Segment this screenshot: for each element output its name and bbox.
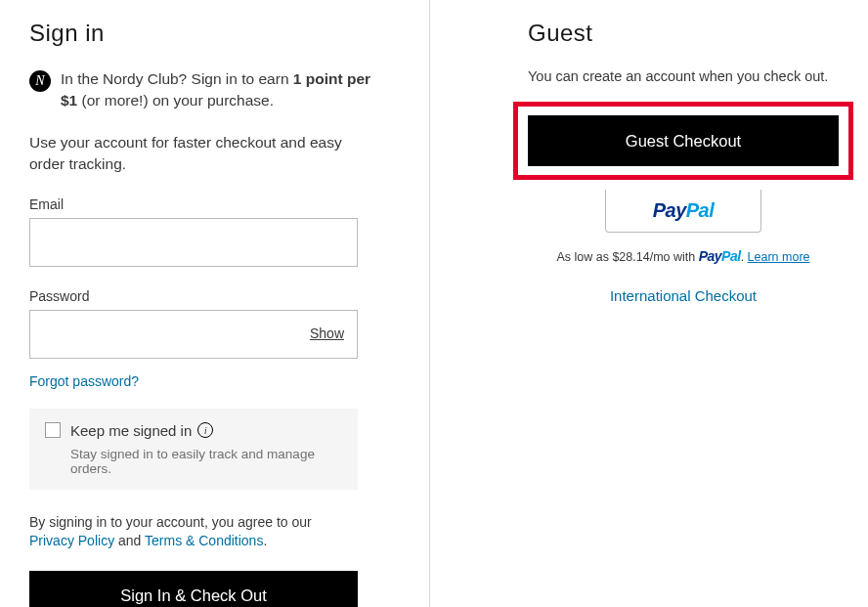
consent-text: By signing in to your account, you agree… bbox=[29, 513, 358, 551]
signin-submit-label: Sign In & Check Out bbox=[120, 586, 267, 605]
consent-end: . bbox=[263, 533, 267, 548]
password-field-wrap: Show bbox=[29, 310, 358, 359]
paypal-learn-more-link[interactable]: Learn more bbox=[748, 250, 810, 264]
paypal-logo-small-icon: PayPal bbox=[699, 248, 741, 264]
aslowas-amount: $28.14/mo bbox=[612, 250, 670, 264]
guest-subcopy: You can create an account when you check… bbox=[528, 68, 839, 84]
consent-and: and bbox=[114, 533, 145, 548]
aslowas-with: with bbox=[671, 250, 699, 264]
keep-signed-in-subtext: Stay signed in to easily track and manag… bbox=[70, 447, 342, 476]
privacy-policy-link[interactable]: Privacy Policy bbox=[29, 533, 114, 548]
terms-link[interactable]: Terms & Conditions bbox=[145, 533, 263, 548]
international-checkout-link[interactable]: International Checkout bbox=[528, 287, 839, 304]
paypal-pal: Pal bbox=[686, 199, 715, 221]
nordy-prefix: In the Nordy Club? Sign in to earn bbox=[61, 70, 293, 87]
guest-checkout-button[interactable]: Guest Checkout bbox=[528, 115, 839, 166]
info-icon[interactable]: i bbox=[197, 422, 213, 438]
paypal-pay-sm: Pay bbox=[699, 248, 721, 264]
forgot-password-link[interactable]: Forgot password? bbox=[29, 373, 139, 389]
email-label: Email bbox=[29, 196, 400, 212]
consent-prefix: By signing in to your account, you agree… bbox=[29, 514, 312, 530]
guest-checkout-label: Guest Checkout bbox=[626, 132, 741, 151]
email-field[interactable] bbox=[29, 218, 358, 267]
password-label: Password bbox=[29, 288, 400, 304]
paypal-pay: Pay bbox=[653, 199, 686, 221]
guest-panel: Guest You can create an account when you… bbox=[430, 0, 868, 607]
signin-subcopy: Use your account for faster checkout and… bbox=[29, 132, 362, 174]
keep-signed-in-box: Keep me signed in i Stay signed in to ea… bbox=[29, 409, 358, 490]
paypal-logo-icon: PayPal bbox=[653, 199, 715, 222]
paypal-button[interactable]: PayPal bbox=[605, 190, 761, 233]
guest-checkout-highlight: Guest Checkout bbox=[513, 102, 853, 180]
signin-panel: Sign in N In the Nordy Club? Sign in to … bbox=[0, 0, 430, 607]
nordy-club-text: In the Nordy Club? Sign in to earn 1 poi… bbox=[61, 68, 373, 110]
keep-signed-in-label: Keep me signed in i bbox=[70, 422, 213, 439]
guest-heading: Guest bbox=[528, 20, 839, 47]
signin-submit-button[interactable]: Sign In & Check Out bbox=[29, 571, 358, 607]
show-password-button[interactable]: Show bbox=[310, 325, 344, 341]
aslowas-prefix: As low as bbox=[556, 250, 612, 264]
signin-heading: Sign in bbox=[29, 20, 400, 47]
password-field[interactable] bbox=[29, 310, 358, 359]
paypal-period: . bbox=[741, 250, 744, 264]
paypal-pal-sm: Pal bbox=[721, 248, 741, 264]
keep-label-text: Keep me signed in bbox=[70, 422, 192, 439]
paypal-credit-text: As low as $28.14/mo with PayPal. Learn m… bbox=[528, 248, 839, 264]
nordy-suffix: (or more!) on your purchase. bbox=[77, 92, 274, 108]
nordy-club-icon: N bbox=[29, 70, 51, 92]
nordy-club-promo: N In the Nordy Club? Sign in to earn 1 p… bbox=[29, 68, 400, 110]
keep-signed-in-checkbox[interactable] bbox=[45, 422, 61, 438]
